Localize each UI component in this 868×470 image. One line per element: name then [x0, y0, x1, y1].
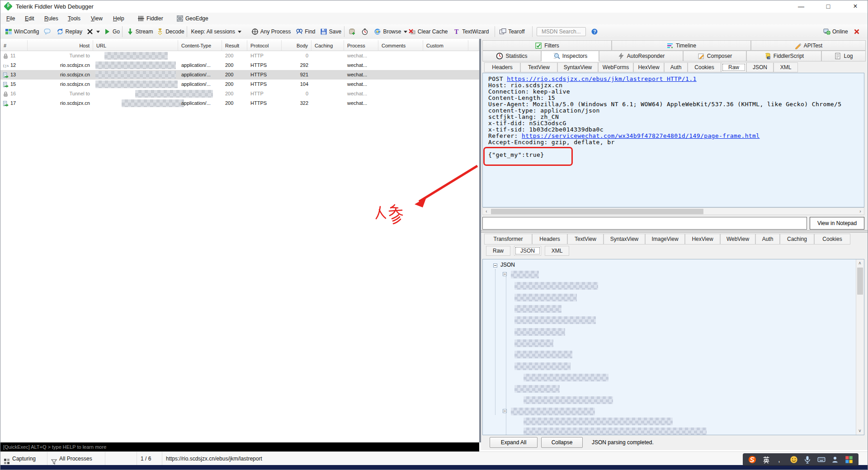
- toolbar-save[interactable]: Save: [320, 27, 341, 37]
- response-format-tab-raw[interactable]: Raw: [486, 246, 510, 256]
- menu-item-rules[interactable]: Rules: [43, 14, 60, 23]
- response-tab-imageview[interactable]: ImageView: [645, 234, 685, 244]
- toolbar-decode[interactable]: Decode: [156, 27, 184, 37]
- request-url-link[interactable]: https://rio.scdsjzx.cn/ebus/jkm/lastrepo…: [507, 75, 697, 82]
- view-in-notepad-button[interactable]: View in Notepad: [810, 217, 864, 230]
- smiley-icon[interactable]: [789, 455, 799, 465]
- response-tab-auth[interactable]: Auth: [755, 234, 780, 244]
- session-row-16[interactable]: 16Tunnel to200HTTP0wechat...: [0, 89, 479, 99]
- tab-timeline[interactable]: Timeline: [612, 40, 751, 51]
- mic-icon[interactable]: [802, 455, 812, 465]
- session-row-12[interactable]: 12{js}rio.scdsjzx.cnapplication/...200HT…: [0, 61, 479, 70]
- tab-composer[interactable]: Composer: [683, 51, 746, 61]
- request-tab-json[interactable]: JSON: [746, 62, 774, 72]
- column-header-custom[interactable]: Custom: [423, 40, 468, 51]
- json-vertical-scrollbar[interactable]: ˄˅: [856, 259, 864, 435]
- expand-all-button[interactable]: Expand All: [490, 437, 538, 448]
- column-header-body[interactable]: Body: [282, 40, 311, 51]
- toolbar-browse[interactable]: Browse: [374, 27, 407, 37]
- toolbar-keep-all-sessions[interactable]: Keep: All sessions: [191, 27, 241, 37]
- process-filter-cell[interactable]: All Processes: [47, 452, 105, 465]
- toolbar-msdn-search-[interactable]: MSDN Search...: [537, 27, 586, 37]
- column-header-caching[interactable]: Caching: [311, 40, 344, 51]
- request-tab-webforms[interactable]: WebForms: [598, 62, 633, 72]
- minimize-button[interactable]: —: [788, 0, 814, 13]
- response-format-tab-json[interactable]: JSON: [514, 246, 541, 256]
- toolbar-comment-bubble-icon[interactable]: [44, 27, 51, 37]
- request-tab-raw[interactable]: Raw: [721, 62, 746, 72]
- response-tab-cookies[interactable]: Cookies: [814, 234, 850, 244]
- scrollbar-thumb[interactable]: [857, 268, 863, 295]
- maximize-button[interactable]: □: [815, 0, 841, 13]
- tab-fiddlerscript[interactable]: JSFiddlerScript: [746, 51, 821, 61]
- response-tab-headers[interactable]: Headers: [532, 234, 567, 244]
- toolbar-timer-icon[interactable]: [361, 27, 368, 37]
- response-tab-hexview[interactable]: HexView: [685, 234, 720, 244]
- column-header-process[interactable]: Process: [344, 40, 378, 51]
- toolbar-clear-cache[interactable]: Clear Cache: [409, 27, 448, 37]
- response-tab-caching[interactable]: Caching: [780, 234, 814, 244]
- menu-item-tools[interactable]: Tools: [66, 14, 82, 23]
- response-tab-webview[interactable]: WebView: [720, 234, 755, 244]
- menu-item-help[interactable]: Help: [112, 14, 126, 23]
- collapse-button[interactable]: Collapse: [541, 437, 583, 448]
- scroll-up-arrow-icon[interactable]: ˄: [856, 260, 863, 267]
- person-icon[interactable]: [830, 455, 840, 465]
- request-tab-cookies[interactable]: Cookies: [688, 62, 721, 72]
- column-header-url[interactable]: URL: [93, 40, 178, 51]
- toolbar-go[interactable]: Go: [104, 27, 120, 37]
- lang-cn-en-icon[interactable]: [761, 455, 771, 465]
- toolbar-close-x-icon[interactable]: [853, 27, 860, 37]
- toolbar-online[interactable]: Online: [823, 27, 848, 37]
- toolbar-winconfig[interactable]: WinConfig: [5, 27, 39, 37]
- menu-item-view[interactable]: View: [90, 14, 104, 23]
- close-button[interactable]: ×: [842, 0, 868, 13]
- capturing-cell[interactable]: Capturing: [0, 452, 47, 465]
- toolbar-find[interactable]: Find: [296, 27, 315, 37]
- toolbar-tearoff[interactable]: Tearoff: [499, 27, 524, 37]
- session-row-11[interactable]: 11Tunnel to200HTTP0wechat...: [0, 51, 479, 61]
- sogou-s-icon[interactable]: [747, 455, 757, 465]
- toolbar-replay[interactable]: Replay: [57, 27, 82, 37]
- quickexec-box[interactable]: [QuickExec] ALT+Q > type HELP to learn m…: [0, 442, 479, 451]
- tab-autoresponder[interactable]: AutoResponder: [599, 51, 683, 61]
- request-tab-hexview[interactable]: HexView: [633, 62, 664, 72]
- response-tab-transformer[interactable]: Transformer: [484, 234, 532, 244]
- session-row-13[interactable]: 13rio.scdsjzx.cnapplication/...200HTTPS9…: [0, 70, 479, 80]
- request-response-splitter[interactable]: [481, 230, 868, 233]
- response-tab-textview[interactable]: TextView: [567, 234, 604, 244]
- tab-statistics[interactable]: Statistics: [482, 51, 541, 61]
- toolbar-any-process[interactable]: Any Process: [251, 27, 291, 37]
- toolbar-stream[interactable]: Stream: [127, 27, 153, 37]
- menu-item-edit[interactable]: Edit: [24, 14, 36, 23]
- session-row-17[interactable]: 17rio.scdsjzx.cnapplication/...200HTTPS3…: [0, 99, 479, 108]
- request-tab-textview[interactable]: TextView: [520, 62, 557, 72]
- request-tab-auth[interactable]: Auth: [664, 62, 688, 72]
- tab-inspectors[interactable]: Inspectors: [541, 51, 599, 61]
- toolbar-screenshot-icon[interactable]: [349, 27, 356, 37]
- toolbar-delete-x-icon[interactable]: [86, 27, 100, 37]
- request-tab-xml[interactable]: XML: [774, 62, 798, 72]
- column-header-host[interactable]: Host: [28, 40, 93, 51]
- response-tab-syntaxview[interactable]: SyntaxView: [604, 234, 645, 244]
- request-tab-headers[interactable]: Headers: [484, 62, 520, 72]
- comma-icon[interactable]: ,: [775, 455, 785, 465]
- find-input[interactable]: [485, 218, 797, 229]
- menu-item-fiddler[interactable]: Fiddler: [136, 14, 165, 23]
- toolbar-textwizard[interactable]: TTextWizard: [453, 27, 489, 37]
- tab-apitest[interactable]: APITest: [751, 40, 866, 51]
- column-header-contenttype[interactable]: Content-Type: [178, 40, 222, 51]
- grid-colors-icon[interactable]: [844, 455, 854, 465]
- scrollbar-thumb[interactable]: [491, 209, 703, 214]
- request-tab-syntaxview[interactable]: SyntaxView: [557, 62, 598, 72]
- response-format-tab-xml[interactable]: XML: [545, 246, 569, 256]
- column-header-protocol[interactable]: Protocol: [247, 40, 282, 51]
- column-header-result[interactable]: Result: [222, 40, 247, 51]
- scroll-right-arrow-icon[interactable]: ›: [857, 208, 864, 215]
- menu-item-file[interactable]: File: [5, 14, 16, 23]
- menu-item-geoedge[interactable]: GeoEdge: [175, 14, 210, 23]
- raw-request-view[interactable]: POST https://rio.scdsjzx.cn/ebus/jkm/las…: [482, 73, 864, 207]
- keyboard-icon[interactable]: [816, 455, 826, 465]
- raw-horizontal-scrollbar[interactable]: ‹›: [482, 207, 864, 215]
- session-row-15[interactable]: 15rio.scdsjzx.cnapplication/...200HTTPS1…: [0, 80, 479, 89]
